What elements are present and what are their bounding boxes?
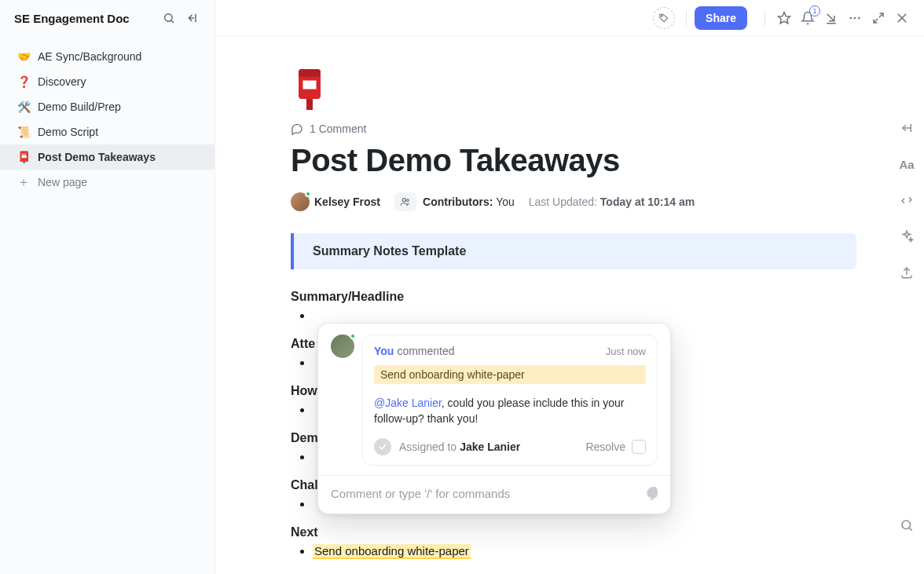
comment-assignment-row: Assigned to Jake Lanier Resolve xyxy=(374,438,646,455)
sparkle-icon[interactable] xyxy=(897,227,916,246)
svg-line-6 xyxy=(827,13,834,20)
sidebar-item-label: AE Sync/Background xyxy=(38,50,141,63)
commenter-avatar xyxy=(331,335,354,358)
sidebar: SE Engagement Doc 🤝 AE Sync/Background ❓… xyxy=(0,0,215,574)
updated-label: Last Updated: xyxy=(529,196,597,208)
highlighted-text: Send onboarding white-paper xyxy=(313,544,471,559)
scroll-icon: 📜 xyxy=(16,126,31,138)
assignee-name: Jake Lanier xyxy=(460,441,520,453)
sidebar-item-label: Demo Script xyxy=(38,126,98,138)
sidebar-item-discovery[interactable]: ❓ Discovery xyxy=(0,69,214,94)
indent-icon[interactable] xyxy=(897,119,916,137)
comment-popover: You commented Just now Send onboarding w… xyxy=(317,323,671,514)
star-icon[interactable] xyxy=(773,7,795,29)
more-icon[interactable] xyxy=(844,7,866,29)
plus-icon: ＋ xyxy=(16,174,31,191)
svg-rect-25 xyxy=(306,99,313,110)
search-icon[interactable] xyxy=(158,7,180,29)
workspace-title: SE Engagement Doc xyxy=(14,12,158,25)
svg-line-12 xyxy=(874,18,878,22)
contributors-text: Contributors: You xyxy=(423,196,515,208)
comment-header: You commented Just now xyxy=(374,345,646,357)
page-emoji-icon[interactable] xyxy=(291,68,328,112)
contributors-icon xyxy=(394,192,416,211)
comment-quoted-text: Send onboarding white-paper xyxy=(374,365,646,384)
comment-input-row xyxy=(318,475,670,514)
expand-icon[interactable] xyxy=(867,7,889,29)
sidebar-item-label: Discovery xyxy=(38,75,86,88)
right-rail: Aa xyxy=(889,36,924,574)
sidebar-item-label: Demo Build/Prep xyxy=(38,101,121,113)
notifications-icon[interactable]: 1 xyxy=(797,7,819,29)
author-chip[interactable]: Kelsey Frost xyxy=(291,192,380,211)
upload-icon[interactable] xyxy=(897,263,916,282)
comment-input[interactable] xyxy=(331,487,640,500)
resolve-checkbox[interactable] xyxy=(632,440,646,454)
svg-point-4 xyxy=(662,15,663,16)
sidebar-new-page[interactable]: ＋ New page xyxy=(0,170,214,195)
collapse-sidebar-icon[interactable] xyxy=(182,7,204,29)
sidebar-header: SE Engagement Doc xyxy=(0,0,214,36)
handshake-icon: 🤝 xyxy=(16,50,31,63)
question-icon: ❓ xyxy=(16,75,31,88)
assigned-label: Assigned to xyxy=(399,441,456,453)
tag-button[interactable] xyxy=(653,7,675,29)
commenter-name: You xyxy=(374,345,394,357)
sidebar-item-demo-script[interactable]: 📜 Demo Script xyxy=(0,119,214,144)
author-avatar xyxy=(291,192,310,211)
topbar-icons: 1 xyxy=(757,7,913,29)
close-icon[interactable] xyxy=(891,7,913,29)
share-button[interactable]: Share xyxy=(695,6,747,30)
svg-rect-23 xyxy=(302,80,317,90)
link-insert-icon[interactable] xyxy=(897,191,916,210)
svg-line-11 xyxy=(879,13,883,17)
sidebar-item-label: Post Demo Takeaways xyxy=(38,151,156,163)
presence-indicator xyxy=(350,333,356,339)
list-item-next-step[interactable]: Send onboarding white-paper xyxy=(313,544,812,558)
search-in-page-icon[interactable] xyxy=(897,516,916,535)
topbar: Share 1 xyxy=(215,0,924,36)
sidebar-item-demo-build[interactable]: 🛠️ Demo Build/Prep xyxy=(0,94,214,119)
typography-icon[interactable]: Aa xyxy=(897,155,916,174)
new-page-label: New page xyxy=(38,176,87,188)
doc-meta-row: Kelsey Frost Contributors: You Last Upda… xyxy=(291,192,812,211)
section-heading[interactable]: Summary/Headline xyxy=(291,290,812,304)
presence-indicator xyxy=(305,191,311,197)
user-mention[interactable]: @Jake Lanier xyxy=(374,397,442,409)
tools-icon: 🛠️ xyxy=(16,101,31,113)
notification-badge: 1 xyxy=(809,5,820,16)
svg-point-8 xyxy=(849,16,852,19)
svg-rect-21 xyxy=(299,69,321,77)
divider xyxy=(764,10,765,26)
svg-line-19 xyxy=(909,528,911,530)
sidebar-nav: 🤝 AE Sync/Background ❓ Discovery 🛠️ Demo… xyxy=(0,44,214,195)
comment-card: You commented Just now Send onboarding w… xyxy=(362,335,658,466)
send-comment-icon[interactable] xyxy=(640,485,658,503)
callout-block[interactable]: Summary Notes Template xyxy=(291,233,856,269)
contributors-block[interactable]: Contributors: You xyxy=(394,192,515,211)
svg-point-10 xyxy=(858,16,860,19)
svg-point-0 xyxy=(165,14,172,21)
svg-point-9 xyxy=(854,16,856,19)
page-title[interactable]: Post Demo Takeaways xyxy=(291,143,812,178)
list-item[interactable] xyxy=(313,309,812,323)
divider xyxy=(686,10,687,26)
svg-point-18 xyxy=(902,521,911,529)
section-heading[interactable]: Next xyxy=(291,525,812,539)
postbox-icon: 📮 xyxy=(16,151,31,163)
svg-point-26 xyxy=(402,199,405,202)
assign-check-icon[interactable] xyxy=(374,438,391,455)
comment-message: @Jake Lanier, could you please include t… xyxy=(374,395,646,427)
author-name: Kelsey Frost xyxy=(314,196,380,208)
svg-point-27 xyxy=(407,199,409,202)
comment-count-text: 1 Comment xyxy=(310,122,366,135)
download-icon[interactable] xyxy=(820,7,842,29)
comment-count[interactable]: 1 Comment xyxy=(291,122,812,135)
comment-action: commented xyxy=(397,345,454,357)
resolve-button[interactable]: Resolve xyxy=(585,441,625,453)
comment-icon xyxy=(291,122,303,135)
updated-value: Today at 10:14 am xyxy=(600,196,695,208)
sidebar-item-post-demo[interactable]: 📮 Post Demo Takeaways xyxy=(0,144,214,170)
comment-time: Just now xyxy=(606,345,646,357)
sidebar-item-ae-sync[interactable]: 🤝 AE Sync/Background xyxy=(0,44,214,69)
